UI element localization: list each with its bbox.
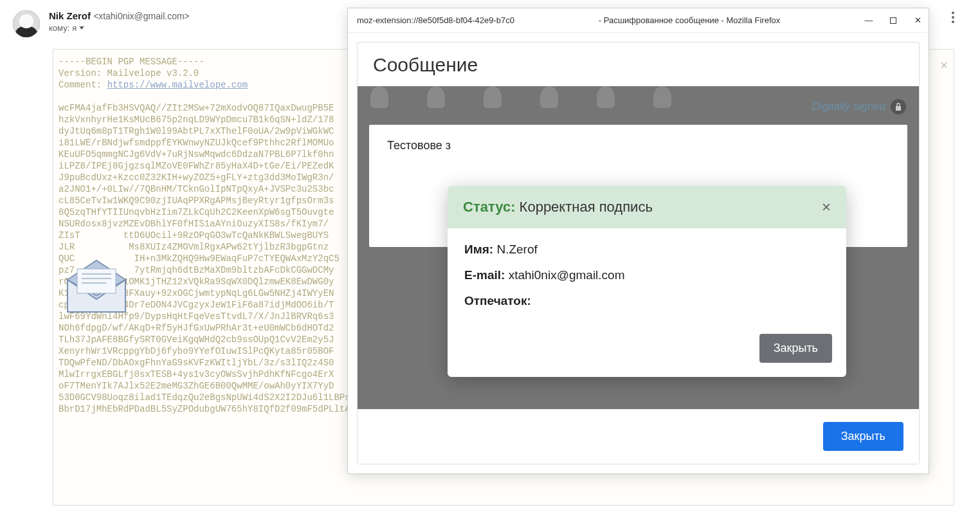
status-value: Корректная подпись xyxy=(520,199,653,215)
maximize-button[interactable] xyxy=(889,16,898,25)
window-title: - Расшифрованное сообщение - Mozilla Fir… xyxy=(514,15,864,25)
to-recipient: я xyxy=(72,23,77,33)
message-content-area: Digitally signed Тестовове з Статус: Кор… xyxy=(358,86,919,409)
lock-icon xyxy=(891,99,906,114)
to-label: кому: xyxy=(49,23,69,33)
status-close-icon[interactable]: × xyxy=(822,199,831,215)
envelope-icon[interactable] xyxy=(61,257,132,315)
sender-avatar[interactable] xyxy=(13,10,40,37)
pgp-version: Version: Mailvelope v3.2.0 xyxy=(59,68,199,78)
digitally-signed-badge[interactable]: Digitally signed xyxy=(812,99,906,114)
name-label: Имя: xyxy=(464,242,493,256)
message-panel: Сообщение Digitally signed Тестовове з xyxy=(357,42,920,464)
close-window-button[interactable]: ✕ xyxy=(913,16,922,25)
sender-email: <xtahi0nix@gmail.com> xyxy=(93,11,190,21)
dismiss-icon[interactable]: × xyxy=(940,58,948,73)
pgp-comment-link[interactable]: https://www.mailvelope.com xyxy=(107,80,248,90)
status-body: Имя: N.Zerof E-mail: xtahi0nix@gmail.com… xyxy=(448,228,846,326)
window-url: moz-extension://8e50f5d8-bf04-42e9-b7c0 xyxy=(357,15,514,25)
message-preview: Тестовове з xyxy=(387,139,451,152)
status-label: Статус: xyxy=(463,199,515,215)
window-titlebar: moz-extension://8e50f5d8-bf04-42e9-b7c0 … xyxy=(348,8,929,33)
name-value: N.Zerof xyxy=(496,242,537,256)
fingerprint-label: Отпечаток: xyxy=(464,294,531,307)
panel-close-button[interactable]: Закрыть xyxy=(823,422,903,451)
signature-status-modal: Статус: Корректная подпись × Имя: N.Zero… xyxy=(448,186,846,377)
minimize-button[interactable]: — xyxy=(864,16,873,25)
more-menu-icon[interactable] xyxy=(952,12,954,23)
email-label: E-mail: xyxy=(464,268,505,282)
pgp-comment-label: Comment: xyxy=(59,80,107,90)
panel-footer: Закрыть xyxy=(358,409,919,464)
chevron-down-icon xyxy=(79,26,84,30)
status-close-button[interactable]: Закрыть xyxy=(759,334,832,363)
svg-rect-3 xyxy=(77,269,116,293)
decrypted-message-window: moz-extension://8e50f5d8-bf04-42e9-b7c0 … xyxy=(347,8,929,474)
pgp-begin: -----BEGIN PGP MESSAGE----- xyxy=(59,57,204,67)
signed-label: Digitally signed xyxy=(812,100,885,113)
panel-title: Сообщение xyxy=(358,42,919,86)
sender-name: Nik Zerof xyxy=(49,10,91,21)
status-header: Статус: Корректная подпись × xyxy=(448,186,846,228)
email-value: xtahi0nix@gmail.com xyxy=(509,268,625,282)
